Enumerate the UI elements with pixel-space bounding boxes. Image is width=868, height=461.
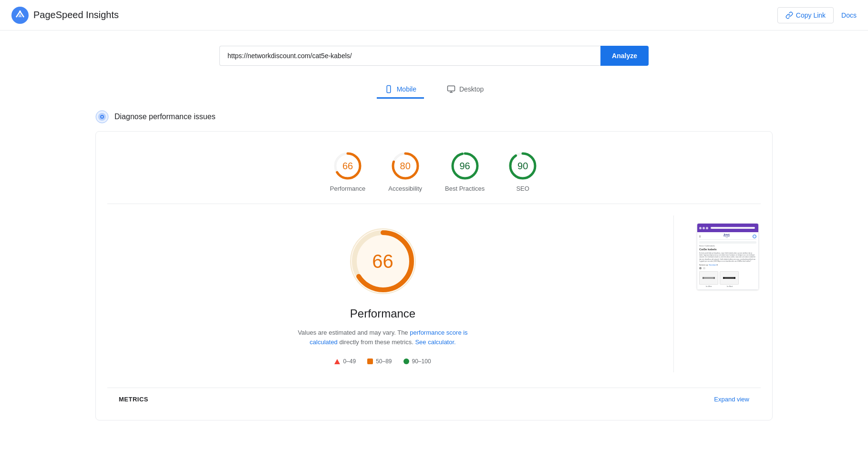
legend-row: 0–49 50–89 90–100 — [334, 358, 431, 365]
ss-nav-dot-3 — [706, 227, 708, 229]
docs-link[interactable]: Docs — [841, 11, 857, 19]
ss-logo-line3: com — [725, 237, 728, 239]
score-number-performance: 66 — [342, 161, 353, 172]
ss-product-row — [699, 271, 756, 285]
legend-range-mid: 50–89 — [376, 358, 392, 365]
score-item-seo[interactable]: 90 SEO — [507, 151, 538, 192]
desktop-icon — [447, 85, 455, 93]
analyze-button[interactable]: Analyze — [600, 46, 649, 66]
url-input[interactable] — [219, 46, 600, 66]
header: PageSpeed Insights Copy Link Docs — [0, 0, 868, 31]
legend-item-high: 90–100 — [403, 358, 431, 365]
ss-description-text: En hele wereld lijkt wel draadloos, maar… — [699, 252, 756, 262]
copy-link-label: Copy Link — [796, 11, 826, 19]
ss-url-bar — [711, 227, 755, 229]
screenshot-content: ≡ Network Discount com ◯ Home / Cat5e ka… — [697, 232, 758, 289]
detail-section: 66 Performance Values are estimated and … — [107, 204, 761, 384]
ss-product-label-2: 5m Black — [720, 286, 739, 287]
big-score-number: 66 — [372, 251, 393, 272]
scores-card: 66 Performance 80 Accessibility 96 — [95, 131, 773, 420]
legend-circle-icon — [403, 359, 409, 364]
score-label-performance: Performance — [330, 185, 365, 192]
ss-product-2 — [720, 271, 739, 285]
tabs-nav: Mobile Desktop — [0, 73, 868, 106]
score-number-best-practices: 96 — [459, 161, 470, 172]
legend-square-icon — [367, 359, 373, 364]
svg-rect-4 — [447, 86, 455, 91]
svg-rect-24 — [713, 277, 715, 279]
tab-mobile[interactable]: Mobile — [377, 81, 424, 99]
ss-search-bar — [699, 241, 756, 244]
score-item-best-practices[interactable]: 96 Best Practices — [445, 151, 485, 192]
svg-point-10 — [102, 116, 103, 118]
score-circle-performance: 66 — [332, 151, 363, 181]
ss-nav-dot-2 — [703, 227, 705, 229]
screenshot-nav-bar — [697, 224, 758, 232]
tab-desktop[interactable]: Desktop — [439, 81, 491, 99]
detail-left: 66 Performance Values are estimated and … — [107, 215, 658, 372]
score-label-accessibility: Accessibility — [388, 185, 422, 192]
big-score-circle: 66 — [345, 223, 421, 299]
score-circle-seo: 90 — [507, 151, 538, 181]
header-right: Copy Link Docs — [777, 7, 857, 23]
ss-sorteren: Sorteren op: Standaard ▾ — [699, 264, 756, 266]
ss-filter-dot-2 — [703, 267, 705, 269]
legend-range-low: 0–49 — [343, 358, 356, 365]
score-label-best-practices: Best Practices — [445, 185, 485, 192]
svg-rect-23 — [703, 277, 704, 279]
svg-rect-26 — [723, 277, 724, 279]
svg-rect-27 — [734, 277, 735, 279]
detail-divider — [673, 215, 674, 372]
detail-title: Performance — [350, 307, 415, 320]
url-form: Analyze — [219, 46, 649, 66]
score-circle-best-practices: 96 — [450, 151, 480, 181]
score-circle-accessibility: 80 — [390, 151, 421, 181]
detail-description: Values are estimated and may vary. The p… — [292, 328, 474, 347]
tab-desktop-label: Desktop — [459, 85, 484, 93]
ss-header-bar: ≡ Network Discount com ◯ — [699, 234, 756, 240]
metrics-label: METRICS — [119, 396, 148, 403]
pagespeed-logo-icon — [11, 7, 29, 24]
score-number-seo: 90 — [517, 161, 528, 172]
diagnose-section: Diagnose performance issues — [0, 106, 868, 127]
ss-cart-symbol: ◯ — [754, 235, 755, 237]
expand-view-link[interactable]: Expand view — [714, 396, 749, 403]
ss-product-1 — [699, 271, 718, 285]
svg-rect-22 — [703, 277, 715, 279]
ss-menu-icon: ≡ — [699, 235, 701, 238]
ss-cart-icon: ◯ — [753, 235, 756, 238]
ss-product-labels: 5m White 5m Black — [699, 286, 756, 287]
svg-rect-25 — [723, 277, 735, 279]
ss-breadcrumb: Home / Cat5e kabels — [699, 245, 756, 247]
legend-range-high: 90–100 — [412, 358, 431, 365]
description-text: Values are estimated and may vary. The — [298, 329, 408, 336]
svg-point-1 — [19, 10, 21, 12]
mobile-icon — [384, 85, 393, 93]
score-item-performance[interactable]: 66 Performance — [330, 151, 365, 192]
score-item-accessibility[interactable]: 80 Accessibility — [388, 151, 422, 192]
copy-link-button[interactable]: Copy Link — [777, 7, 834, 23]
scores-row: 66 Performance 80 Accessibility 96 — [107, 143, 761, 204]
screenshot-preview: ≡ Network Discount com ◯ Home / Cat5e ka… — [697, 223, 759, 290]
see-calculator-link[interactable]: See calculator. — [415, 338, 455, 346]
ss-logo: Network Discount com — [723, 234, 730, 238]
diagnose-icon — [95, 110, 109, 123]
legend-item-mid: 50–89 — [367, 358, 392, 365]
ss-page-title: Cat5e kabels — [699, 248, 756, 251]
header-left: PageSpeed Insights — [11, 7, 119, 24]
url-section: Analyze — [0, 31, 868, 73]
legend-item-low: 0–49 — [334, 358, 356, 365]
ss-nav-dot-1 — [699, 227, 702, 229]
tab-mobile-label: Mobile — [397, 85, 416, 93]
description-text2: directly from these metrics. — [339, 338, 415, 346]
metrics-bar: METRICS Expand view — [107, 388, 761, 409]
ss-product-label-1: 5m White — [699, 286, 718, 287]
diagnose-title: Diagnose performance issues — [114, 113, 216, 121]
detail-right: ≡ Network Discount com ◯ Home / Cat5e ka… — [689, 215, 761, 297]
legend-triangle-icon — [334, 359, 340, 364]
link-icon — [785, 11, 793, 19]
score-number-accessibility: 80 — [400, 161, 411, 172]
app-title: PageSpeed Insights — [33, 10, 119, 20]
ss-filter-dot-1 — [699, 267, 702, 269]
ss-filter-row — [699, 267, 756, 269]
